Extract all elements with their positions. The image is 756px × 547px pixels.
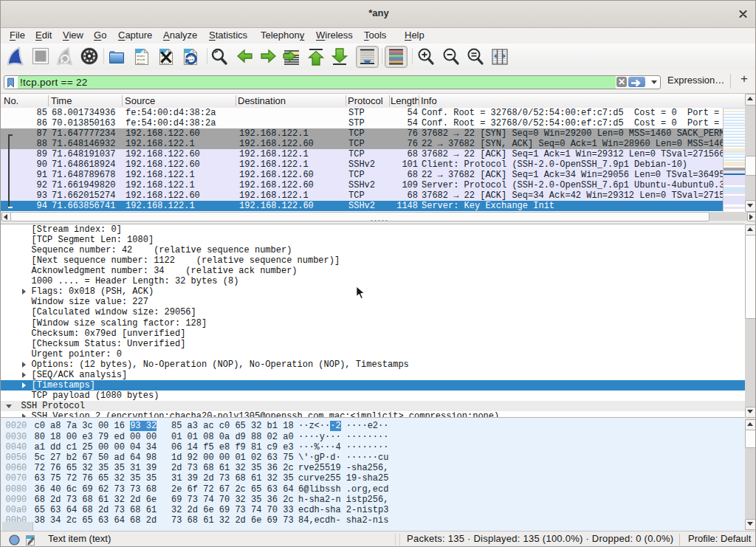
svg-text:0111: 0111 <box>137 61 145 65</box>
